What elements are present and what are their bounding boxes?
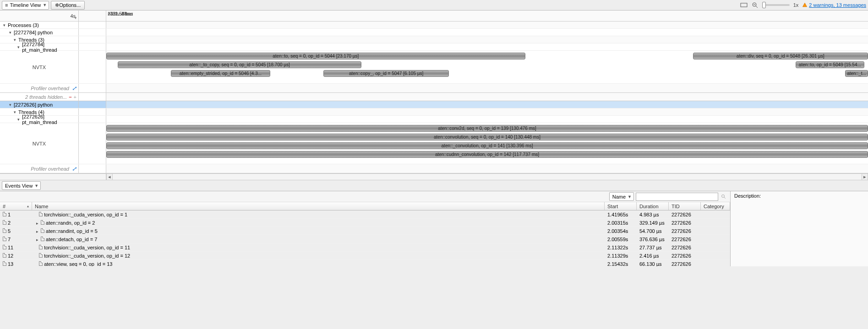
events-pane: Name ▼ #▴ Name Start Duration TID Catego… xyxy=(0,191,731,266)
nvtx-bar[interactable]: aten::_convolution, op_id = 141 [130.396… xyxy=(106,142,868,149)
events-view-label: Events View xyxy=(5,183,33,189)
expander-icon[interactable]: ▸ xyxy=(35,237,39,242)
expander-icon[interactable]: ▸ xyxy=(35,229,39,234)
plus-icon[interactable]: + xyxy=(74,94,76,100)
svg-line-5 xyxy=(724,197,726,198)
scroll-right-icon[interactable]: ▸ xyxy=(862,174,868,180)
nvtx-bar[interactable]: aten::copy_, op_id = 5047 [6.105 µs] xyxy=(323,70,449,77)
timeline-view-select[interactable]: ≡ Timeline View ▼ xyxy=(2,1,49,10)
warning-icon xyxy=(802,2,808,8)
process-2272626-row[interactable]: ▾ [2272626] python xyxy=(0,101,868,108)
nvtx-bar[interactable]: aten::cudnn_convolution, op_id = 142 [11… xyxy=(106,151,868,158)
overhead-label: Profiler overhead xyxy=(31,86,69,91)
filter-field-label: Name xyxy=(612,194,626,200)
chevron-down-icon: ▼ xyxy=(628,194,632,199)
expander-icon[interactable]: ▾ xyxy=(16,45,21,49)
ruler-left-label[interactable]: 4s ▼ xyxy=(0,11,79,21)
nvtx-bar[interactable]: aten::conv2d, seq = 0, op_id = 139 [130.… xyxy=(106,125,868,132)
event-icon xyxy=(3,228,6,233)
nvtx-bar[interactable]: aten::empty_strided, op_id = 5046 [4.3..… xyxy=(171,70,270,77)
hidden-label: 2 threads hidden... xyxy=(25,94,67,100)
process-2272784-row[interactable]: ▾ [2272784] python xyxy=(0,29,868,36)
events-view-select[interactable]: Events View ▼ xyxy=(2,181,41,190)
timeline-view-label: Timeline View xyxy=(10,2,41,8)
threads-row[interactable]: ▾ Threads (3) xyxy=(0,36,868,43)
event-icon xyxy=(3,220,6,225)
table-row[interactable]: 13 aten::view, seq = 0, op_id = 132.1543… xyxy=(0,260,730,266)
expand-icon[interactable]: ⤢ xyxy=(72,85,76,92)
gear-icon: ✲ xyxy=(55,2,59,8)
nvtx-bar[interactable]: aten::to, op_id = 5049 [15.54... xyxy=(796,61,864,68)
time-ruler[interactable]: 4s ▼ 24ms+331.526ms+331.528ms+331.53ms+3… xyxy=(0,11,868,22)
events-grid[interactable]: 1 torchvision::_cuda_version, op_id = 11… xyxy=(0,210,730,266)
event-icon xyxy=(41,220,44,225)
threads-row-2[interactable]: ▾ Threads (4) xyxy=(0,108,868,116)
expander-icon[interactable]: ▾ xyxy=(12,110,17,114)
expander-icon[interactable]: ▾ xyxy=(2,23,6,27)
nvtx-bar[interactable]: aten::convolution, seq = 0, op_id = 140 … xyxy=(106,134,868,140)
table-row[interactable]: 1 torchvision::_cuda_version, op_id = 11… xyxy=(0,210,730,219)
scroll-left-icon[interactable]: ◂ xyxy=(106,174,113,180)
zoom-out-icon[interactable] xyxy=(751,1,759,9)
expander-icon[interactable]: ▸ xyxy=(35,221,39,226)
expander-icon[interactable]: ▾ xyxy=(8,102,12,107)
search-icon[interactable] xyxy=(720,193,727,200)
zoom-slider[interactable] xyxy=(762,4,790,6)
col-num[interactable]: #▴ xyxy=(0,202,32,210)
warnings-link[interactable]: 2 warnings, 13 messages xyxy=(802,2,866,8)
nvtx-track-1[interactable]: aten::to, seq = 0, op_id = 5044 [23.170 … xyxy=(106,51,868,83)
svg-point-4 xyxy=(722,194,725,197)
expander-icon[interactable]: ▾ xyxy=(16,117,21,122)
fit-icon[interactable] xyxy=(740,1,748,9)
col-category[interactable]: Category xyxy=(701,202,730,210)
filter-field-select[interactable]: Name ▼ xyxy=(609,192,634,201)
svg-line-2 xyxy=(756,6,758,8)
filter-input[interactable] xyxy=(636,193,718,201)
profiler-overhead-row-2[interactable]: Profiler overhead ⤢ xyxy=(0,164,868,173)
thread-2272784-row[interactable]: ▾ [2272784] pt_main_thread xyxy=(0,43,868,51)
nvtx-lane-1: NVTX aten::to, seq = 0, op_id = 5044 [23… xyxy=(0,51,868,84)
description-label: Description: xyxy=(734,193,761,199)
event-icon xyxy=(41,228,44,233)
process-label: [2272784] python xyxy=(14,30,53,35)
col-tid[interactable]: TID xyxy=(669,202,701,210)
nvtx-track-2[interactable]: aten::conv2d, seq = 0, op_id = 139 [130.… xyxy=(106,123,868,164)
profiler-overhead-row-1[interactable]: Profiler overhead ⤢ xyxy=(0,84,868,93)
event-icon xyxy=(39,212,43,216)
options-label: Options... xyxy=(59,2,81,8)
top-toolbar: ≡ Timeline View ▼ ✲ Options... 1x 2 warn… xyxy=(0,0,868,11)
nvtx-label: NVTX xyxy=(0,123,79,164)
overhead-label: Profiler overhead xyxy=(31,166,69,172)
table-row[interactable]: 2▸ aten::randn, op_id = 22.00315s329.149… xyxy=(0,219,730,227)
col-start[interactable]: Start xyxy=(605,202,637,210)
sort-asc-icon: ▴ xyxy=(27,204,29,208)
event-icon xyxy=(3,245,6,249)
expand-icon[interactable]: ⤢ xyxy=(72,166,76,172)
table-row[interactable]: 7▸ aten::detach, op_id = 72.00559s376.63… xyxy=(0,235,730,243)
options-button[interactable]: ✲ Options... xyxy=(51,1,85,10)
col-duration[interactable]: Duration xyxy=(637,202,669,210)
events-header: #▴ Name Start Duration TID Category xyxy=(0,202,730,210)
table-row[interactable]: 11 torchvision::_cuda_version, op_id = 1… xyxy=(0,243,730,252)
process-label: [2272626] python xyxy=(14,102,53,108)
nvtx-bar[interactable]: aten::_t... xyxy=(845,70,868,77)
timeline-hscroll[interactable]: ◂ ▸ xyxy=(0,173,868,180)
expander-icon[interactable]: ▾ xyxy=(8,30,12,35)
table-row[interactable]: 12 torchvision::_cuda_version, op_id = 1… xyxy=(0,252,730,260)
events-filter-bar: Name ▼ xyxy=(0,191,730,202)
hidden-threads-row[interactable]: 2 threads hidden... − + xyxy=(0,93,868,101)
event-icon xyxy=(39,245,43,249)
processes-row[interactable]: ▾ Processes (3) xyxy=(0,22,868,29)
chevron-down-icon: ▼ xyxy=(74,16,77,20)
event-icon xyxy=(3,261,6,266)
col-name[interactable]: Name xyxy=(32,202,605,210)
minus-icon[interactable]: − xyxy=(69,94,71,100)
table-row[interactable]: 5▸ aten::randint, op_id = 52.00354s54.70… xyxy=(0,227,730,235)
nvtx-bar[interactable]: aten::div, seq = 0, op_id = 5048 [26.301… xyxy=(693,53,868,59)
expander-icon[interactable]: ▾ xyxy=(12,38,17,42)
event-icon xyxy=(3,212,6,216)
chevron-down-icon: ▼ xyxy=(34,183,38,188)
nvtx-bar[interactable]: aten::to, seq = 0, op_id = 5044 [23.170 … xyxy=(106,53,525,59)
thread-2272626-row[interactable]: ▾ [2272626] pt_main_thread xyxy=(0,116,868,123)
nvtx-bar[interactable]: aten::_to_copy, seq = 0, op_id = 5045 [1… xyxy=(118,61,361,68)
